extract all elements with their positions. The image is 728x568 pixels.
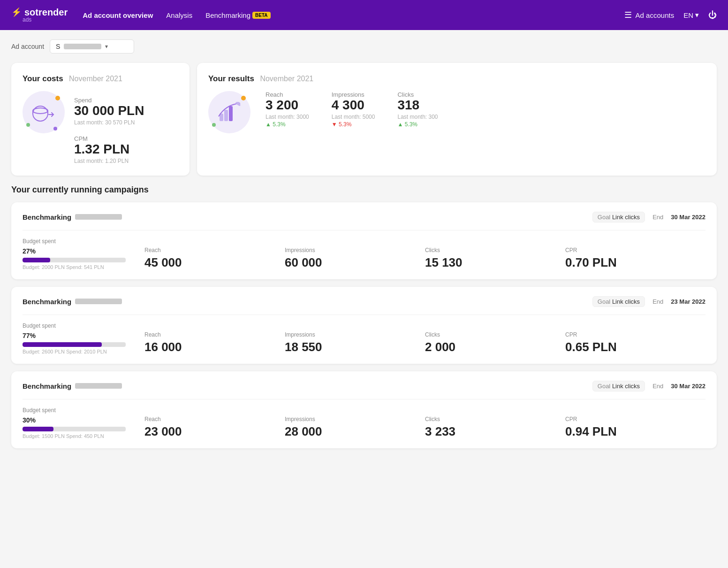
ad-account-name: S [56,43,60,50]
campaign-name-redacted-2 [75,299,122,304]
campaign-stats-3: Budget spent 30% Budget: 1500 PLN Spend:… [23,407,705,439]
svg-rect-5 [224,110,228,121]
impressions-label: Impressions [332,91,375,98]
budget-label-3: Budget spent [23,407,144,414]
campaigns-container: Benchmarking Goal Link clicks End 30 Mar… [11,202,717,448]
progress-bar-bg-1 [23,258,126,262]
nav-analysis[interactable]: Analysis [166,11,192,19]
results-metrics: Reach 3 200 Last month: 3000 ▲ 5.3% Impr… [265,91,705,128]
svg-rect-6 [229,106,233,121]
reach-metric: Reach 3 200 Last month: 3000 ▲ 5.3% [265,91,309,128]
costs-month: November 2021 [69,75,122,83]
progress-bar-fill-1 [23,258,50,262]
navbar: ⚡ sotrender ads Ad account overview Anal… [0,0,728,30]
cpm-label: CPM [74,135,144,142]
nav-links: Ad account overview Analysis Benchmarkin… [83,11,609,19]
reach-stat-2: Reach 16 000 [144,331,285,354]
campaign-name-redacted-1 [75,214,122,220]
clicks-stat-2: Clicks 2 000 [425,331,565,354]
main-content: Ad account S ▾ Your costs November 2021 [0,30,728,465]
campaign-stats-1: Budget spent 27% Budget: 2000 PLN Spend:… [23,238,705,270]
nav-right: ☰ Ad accounts EN ▾ ⏻ [624,10,717,20]
reach-stat-3: Reach 23 000 [144,416,285,439]
cpr-stat-1: CPR 0.70 PLN [565,247,705,270]
nav-benchmarking[interactable]: Benchmarking [205,11,250,19]
cards-row: Your costs November 2021 [11,63,717,176]
ad-account-redacted [64,44,101,49]
clicks-stat-1: Clicks 15 130 [425,247,565,270]
budget-details-3: Budget: 1500 PLN Spend: 450 PLN [23,433,144,439]
impressions-last: Last month: 5000 [332,114,375,120]
spend-value: 30 000 PLN [74,104,144,118]
campaign-divider-3 [23,399,705,399]
progress-bar-bg-3 [23,427,126,431]
lang-label: EN [683,11,693,19]
ad-accounts-label: Ad accounts [636,11,675,19]
logo-text: sotrender [24,8,68,17]
cpm-value: 1.32 PLN [74,142,144,157]
logo: ⚡ sotrender ads [11,8,68,23]
logo-spark: ⚡ [11,8,22,16]
reach-trend: ▲ 5.3% [265,121,309,128]
campaign-meta-2: Goal Link clicks End 23 Mar 2022 [592,296,705,307]
budget-section-1: Budget spent 27% Budget: 2000 PLN Spend:… [23,238,144,270]
budget-pct-1: 27% [23,247,144,255]
clicks-trend: ▲ 5.3% [397,121,438,128]
campaign-header-3: Benchmarking Goal Link clicks End 30 Mar… [23,381,705,391]
campaign-name-1: Benchmarking [23,213,122,221]
language-selector[interactable]: EN ▾ [683,11,699,19]
lang-arrow-icon: ▾ [695,11,699,19]
nav-overview[interactable]: Ad account overview [83,11,153,19]
budget-pct-2: 77% [23,332,144,339]
clicks-label: Clicks [397,91,438,98]
campaign-goal-badge-3: Goal Link clicks [592,381,645,391]
campaign-divider-2 [23,315,705,315]
logout-icon[interactable]: ⏻ [708,10,717,20]
reach-last: Last month: 3000 [265,114,309,120]
ad-account-label: Ad account [11,43,44,50]
clicks-metric: Clicks 318 Last month: 300 ▲ 5.3% [397,91,438,128]
impressions-metric: Impressions 4 300 Last month: 5000 ▼ 5.3… [332,91,375,128]
ad-accounts-icon: ☰ [624,10,632,20]
costs-illustration [23,91,65,133]
dropdown-arrow-icon: ▾ [105,43,108,50]
campaign-header-1: Benchmarking Goal Link clicks End 30 Mar… [23,212,705,223]
impressions-stat-2: Impressions 18 550 [285,331,425,354]
impressions-value: 4 300 [332,98,375,113]
nav-ad-accounts-button[interactable]: ☰ Ad accounts [624,10,675,20]
campaign-goal-badge-1: Goal Link clicks [592,212,645,223]
ad-account-select[interactable]: S ▾ [50,39,134,54]
cpr-stat-2: CPR 0.65 PLN [565,331,705,354]
budget-details-2: Budget: 2600 PLN Spend: 2010 PLN [23,349,144,354]
campaign-goal-badge-2: Goal Link clicks [592,296,645,307]
clicks-stat-3: Clicks 3 233 [425,416,565,439]
budget-label-2: Budget spent [23,322,144,329]
campaign-stats-2: Budget spent 77% Budget: 2600 PLN Spend:… [23,322,705,354]
campaign-card-2: Benchmarking Goal Link clicks End 23 Mar… [11,287,717,364]
budget-section-2: Budget spent 77% Budget: 2600 PLN Spend:… [23,322,144,354]
budget-pct-3: 30% [23,416,144,424]
costs-title: Your costs [23,74,63,83]
logo-sub: ads [23,17,68,23]
campaign-name-redacted-3 [75,383,122,389]
campaign-card-3: Benchmarking Goal Link clicks End 30 Mar… [11,371,717,448]
results-illustration [208,91,250,133]
campaign-header-2: Benchmarking Goal Link clicks End 23 Mar… [23,296,705,307]
reach-stat-1: Reach 45 000 [144,247,285,270]
cpr-stat-3: CPR 0.94 PLN [565,416,705,439]
beta-badge: BETA [252,12,270,19]
cpm-last: Last month: 1.20 PLN [74,158,144,164]
costs-card: Your costs November 2021 [11,63,190,176]
campaign-name-2: Benchmarking [23,298,122,306]
campaign-meta-1: Goal Link clicks End 30 Mar 2022 [592,212,705,223]
results-card: Your results November 2021 [197,63,717,176]
budget-label-1: Budget spent [23,238,144,245]
ad-account-bar: Ad account S ▾ [11,39,717,54]
budget-section-3: Budget spent 30% Budget: 1500 PLN Spend:… [23,407,144,439]
results-month: November 2021 [260,75,313,83]
reach-value: 3 200 [265,98,309,113]
impressions-stat-1: Impressions 60 000 [285,247,425,270]
impressions-stat-3: Impressions 28 000 [285,416,425,439]
results-title: Your results [208,74,254,83]
budget-details-1: Budget: 2000 PLN Spend: 541 PLN [23,264,144,270]
